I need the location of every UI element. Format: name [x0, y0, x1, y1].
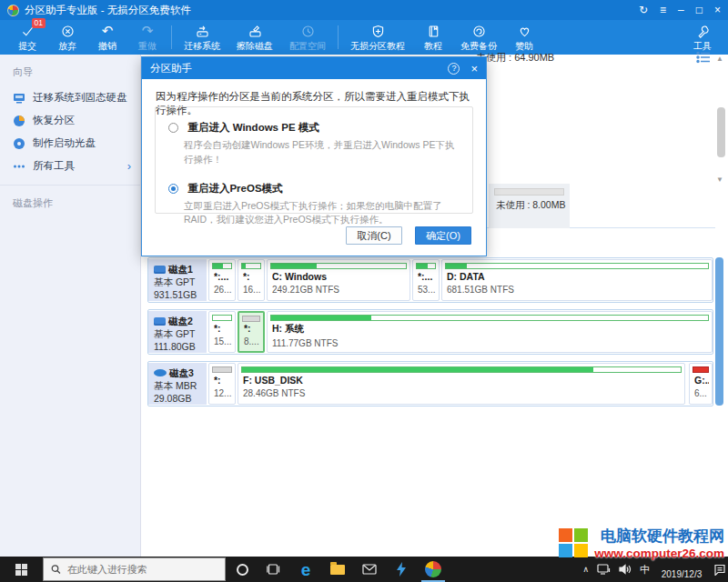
- lightning-app-button[interactable]: [392, 557, 410, 582]
- close-button[interactable]: ×: [714, 5, 721, 15]
- radio-selected[interactable]: [168, 184, 178, 194]
- unused-space-label: 未使用 : 64.90MB: [476, 51, 554, 65]
- taskbar: e ∧ 中 2019/12/3: [0, 557, 728, 582]
- disk-label[interactable]: 磁盘2 基本 GPT 111.80GB: [148, 311, 207, 353]
- option-windows-pe[interactable]: 重启进入 Windows PE 模式 程序会自动创建Windows PE环境，并…: [168, 118, 461, 167]
- scroll-up-arrow[interactable]: ▲: [716, 55, 723, 63]
- file-explorer-button[interactable]: [329, 557, 347, 582]
- view-list-icon[interactable]: [696, 51, 711, 67]
- taskbar-date[interactable]: 2019/12/3: [658, 569, 705, 582]
- disk-size: 29.08GB: [154, 392, 207, 405]
- partition-size: 681.51GB NTFS: [447, 285, 709, 295]
- lossless-tutorial-button[interactable]: 无损分区教程: [342, 20, 413, 55]
- partition-cell-selected[interactable]: *: 8....: [238, 311, 265, 353]
- refresh-icon[interactable]: ↻: [639, 5, 648, 15]
- partition-cell[interactable]: D: DATA 681.51GB NTFS: [441, 259, 713, 301]
- partition-assistant-taskbar-button[interactable]: [424, 557, 442, 582]
- cancel-button[interactable]: 取消(C): [346, 226, 402, 245]
- watermark-site-name: 电脑软硬件教程网: [594, 526, 724, 547]
- commit-button[interactable]: 提交 01: [7, 20, 47, 55]
- dialog-titlebar: 分区助手 ? ×: [142, 57, 486, 79]
- partition-detail-block: 未使用 : 8.00MB: [489, 184, 570, 228]
- disk-type: 基本 GPT: [154, 327, 207, 340]
- partition-label: H: 系统: [272, 323, 709, 336]
- menu-icon[interactable]: ≡: [660, 5, 666, 15]
- partition-cell[interactable]: *:... 53...: [412, 259, 440, 301]
- help-icon[interactable]: ?: [448, 63, 460, 75]
- partition-cell[interactable]: *:... 26...: [208, 259, 236, 301]
- redo-button: ↷ 重做: [127, 20, 167, 55]
- migrate-os-button[interactable]: 迁移系统: [176, 20, 228, 55]
- partition-size: 6...: [694, 388, 709, 398]
- tray-chevron-icon[interactable]: ∧: [582, 565, 589, 574]
- maximize-button[interactable]: □: [696, 5, 703, 15]
- volume-icon[interactable]: [619, 564, 632, 575]
- mail-button[interactable]: [360, 557, 379, 582]
- partition-label: *:: [244, 323, 260, 334]
- edge-button[interactable]: e: [297, 557, 315, 582]
- usb-disk-icon: [154, 369, 167, 376]
- taskbar-search[interactable]: [43, 557, 226, 581]
- undo-button[interactable]: ↶ 撤销: [87, 20, 127, 55]
- usage-bar: [494, 188, 564, 196]
- app-logo-icon: [7, 5, 19, 16]
- folder-icon: [330, 565, 345, 575]
- screen: 分区助手专业版 - 无损分区免费软件 ↻ ≡ – □ × 提交 01 放弃 ↶ …: [0, 0, 728, 582]
- disk-label[interactable]: 磁盘1 基本 GPT 931.51GB: [148, 259, 207, 301]
- partition-cell[interactable]: *: 12...: [208, 363, 236, 405]
- mail-icon: [362, 564, 377, 575]
- partition-label: *:: [214, 323, 232, 334]
- lightning-icon: [396, 562, 407, 577]
- shield-plus-icon: [370, 24, 386, 39]
- wrench-icon: [695, 24, 711, 39]
- scroll-down-arrow[interactable]: ▼: [716, 176, 723, 184]
- wipe-disk-button[interactable]: 擦除磁盘: [228, 20, 281, 55]
- minimize-button[interactable]: –: [678, 5, 684, 15]
- partition-cell[interactable]: C: Windows 249.21GB NTFS: [267, 259, 410, 301]
- disk-label[interactable]: 磁盘3 基本 MBR 29.08GB: [148, 363, 207, 405]
- tutorial-button[interactable]: 教程: [413, 20, 453, 55]
- donate-button[interactable]: 赞助: [504, 20, 544, 55]
- partition-cell[interactable]: G:... 6...: [689, 363, 713, 405]
- ok-button[interactable]: 确定(O): [415, 226, 471, 245]
- dialog-close-icon[interactable]: ×: [470, 62, 478, 75]
- wizard-header: 向导: [0, 55, 140, 86]
- partition-cell[interactable]: *: 16...: [238, 259, 265, 301]
- search-input[interactable]: [67, 564, 217, 575]
- partition-size: 26...: [214, 285, 232, 295]
- backup-circle-icon: [471, 24, 487, 39]
- disk-type: 基本 MBR: [154, 379, 207, 392]
- sidebar-item-recover-partition[interactable]: 恢复分区: [0, 109, 140, 132]
- tools-button[interactable]: 工具: [682, 20, 723, 55]
- radio-unselected[interactable]: [168, 123, 178, 133]
- option-desc: 立即重启进入PreOS模式下执行操作；如果您的电脑中配置了RAID，我们建议您进…: [184, 199, 461, 228]
- sidebar-item-migrate-ssd[interactable]: 迁移系统到固态硬盘: [0, 86, 140, 109]
- heart-icon: [517, 24, 532, 39]
- free-backup-button[interactable]: 免费备份: [453, 20, 504, 55]
- partition-cell[interactable]: H: 系统 111.77GB NTFS: [267, 311, 713, 353]
- disk-operations-header: 磁盘操作: [0, 186, 140, 217]
- partition-label: C: Windows: [272, 271, 407, 282]
- scrollbar-thumb[interactable]: [717, 107, 725, 157]
- ellipsis-icon: [13, 160, 25, 173]
- search-icon: [51, 564, 61, 575]
- disk-row: 磁盘2 基本 GPT 111.80GB *: 15... *: 8.... H:…: [147, 309, 713, 355]
- option-preos[interactable]: 重启进入PreOS模式 立即重启进入PreOS模式下执行操作；如果您的电脑中配置…: [168, 179, 461, 228]
- watermark-logo-icon: [559, 528, 588, 557]
- sidebar-item-all-tools[interactable]: 所有工具 ›: [0, 155, 140, 177]
- discard-button[interactable]: 放弃: [47, 20, 87, 55]
- action-center-icon[interactable]: [713, 564, 726, 576]
- partition-label: *:...: [418, 271, 436, 282]
- scrollbar-thumb-blue[interactable]: [715, 257, 723, 406]
- cortana-button[interactable]: [233, 557, 251, 582]
- ime-indicator[interactable]: 中: [640, 563, 650, 577]
- task-view-button[interactable]: [265, 557, 283, 582]
- disk-row: 磁盘3 基本 MBR 29.08GB *: 12... F: USB_DISK …: [147, 361, 713, 406]
- windows-logo-icon: [15, 564, 27, 576]
- sidebar-item-bootable-media[interactable]: 制作启动光盘: [0, 132, 140, 155]
- network-icon[interactable]: [597, 564, 611, 575]
- partition-cell[interactable]: *: 15...: [208, 311, 236, 353]
- partition-cell[interactable]: F: USB_DISK 28.46GB NTFS: [238, 363, 685, 405]
- option-title: 重启进入PreOS模式: [187, 183, 282, 194]
- start-button[interactable]: [0, 557, 42, 582]
